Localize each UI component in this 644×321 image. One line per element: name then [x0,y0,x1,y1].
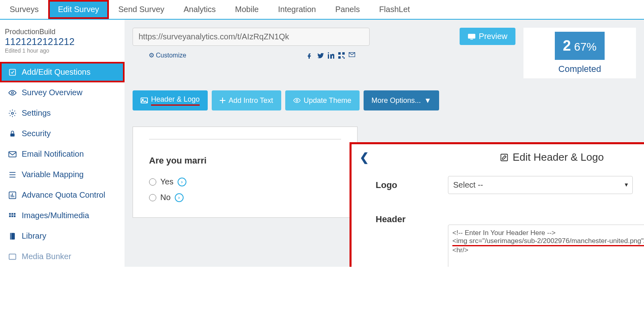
sidebar-item-images-multimedia[interactable]: Images/Multimedia [0,205,125,226]
sidebar-item-add-edit-questions[interactable]: Add/Edit Questions [0,62,125,82]
grid-icon [8,212,17,219]
svg-rect-15 [9,215,11,217]
chart-icon [8,191,17,199]
back-button[interactable]: ❮ [360,151,369,164]
svg-rect-4 [9,151,16,157]
sidebar-item-label: Security [22,129,51,138]
svg-rect-22 [338,52,341,55]
sidebar-item-library[interactable]: Library [0,226,125,246]
arrow-right-icon[interactable]: › [175,193,184,202]
logo-select[interactable]: Select -- [448,176,633,194]
sidebar-item-survey-overview[interactable]: Survey Overview [0,82,125,103]
question-text: Are you marri [149,155,341,166]
logo-select-wrap[interactable]: Select -- [448,176,633,194]
image-icon [141,97,148,104]
svg-rect-25 [342,56,343,57]
sidebar-item-label: Survey Overview [22,88,82,97]
header-line: <hr/> [452,246,468,254]
sidebar-item-settings[interactable]: Settings [0,103,125,123]
sidebar-item-advance-quota[interactable]: Advance Quota Control [0,185,125,205]
tab-panels[interactable]: Panels [326,0,370,19]
arrow-right-icon[interactable]: › [178,178,186,186]
preview-label: Preview [479,32,507,41]
chevron-down-icon: ▼ [424,96,431,105]
sidebar-item-label: Media Bunker [22,252,71,261]
sidebar-item-label: Add/Edit Questions [22,67,90,77]
question-option[interactable]: No › [149,190,341,205]
svg-point-21 [328,52,329,53]
linkedin-icon[interactable] [328,52,334,59]
envelope-icon [8,151,17,157]
survey-name: ProductionBuild [5,28,120,36]
survey-meta: ProductionBuild 1121212121212 Edited 1 h… [5,28,120,54]
svg-point-2 [12,112,14,114]
radio-yes[interactable] [149,178,156,186]
svg-rect-19 [9,254,16,259]
media-icon [8,253,17,260]
tab-flashlet[interactable]: FlashLet [370,0,420,19]
tab-surveys[interactable]: Surveys [0,0,48,19]
svg-rect-17 [14,215,15,217]
update-theme-button[interactable]: Update Theme [285,90,360,110]
svg-rect-28 [468,34,475,38]
tab-integration[interactable]: Integration [268,0,326,19]
survey-edited: Edited 1 hour ago [5,47,120,54]
survey-id[interactable]: 1121212121212 [5,36,120,47]
update-theme-label: Update Theme [304,96,352,105]
sidebar-item-label: Advance Quota Control [22,190,105,200]
question-option[interactable]: Yes › [149,174,341,190]
svg-rect-23 [342,52,345,55]
tab-mobile[interactable]: Mobile [225,0,268,19]
sidebar-item-label: Images/Multimedia [22,211,89,220]
tab-analytics[interactable]: Analytics [174,0,225,19]
tab-send-survey[interactable]: Send Survey [109,0,174,19]
svg-rect-14 [14,213,15,215]
side-navigation: Add/Edit Questions Survey Overview Setti… [5,62,120,267]
eye-icon [8,90,17,96]
sidebar-item-variable-mapping[interactable]: Variable Mapping [0,164,125,185]
content-area: https://surveyanalytics.com/t/AIzRqZN1Qk… [125,20,644,267]
more-options-label: More Options... [372,96,421,105]
add-intro-text-button[interactable]: Add Intro Text [212,90,281,110]
question-panel: Are you marri Yes › No › [133,127,358,218]
header-logo-button[interactable]: Header & Logo [133,90,208,110]
preview-button[interactable]: Preview [460,28,515,45]
divider [149,139,341,139]
envelope-icon[interactable] [349,52,355,59]
modal-title: Edit Header & Logo [500,151,604,164]
book-icon [8,232,17,240]
edit-icon [500,153,509,162]
svg-rect-3 [10,133,15,137]
sidebar-item-email-notification[interactable]: Email Notification [0,144,125,164]
svg-point-1 [12,92,14,94]
list-icon [8,171,17,178]
sidebar-item-label: Settings [22,108,51,118]
facebook-icon[interactable] [307,52,313,59]
qr-icon[interactable] [338,52,345,59]
radio-no[interactable] [149,194,156,201]
svg-rect-24 [338,56,341,59]
logo-label: Logo [376,176,448,190]
completed-count: 2 67% [555,32,605,60]
more-options-button[interactable]: More Options... ▼ [364,90,440,110]
add-intro-label: Add Intro Text [229,96,273,105]
survey-url-field[interactable]: https://surveyanalytics.com/t/AIzRqZN1Qk [133,28,370,46]
sidebar-item-label: Variable Mapping [22,170,84,179]
header-textarea[interactable]: <!-- Enter In Your Header Here --> <img … [448,225,644,267]
top-navigation: Surveys Edit Survey Send Survey Analytic… [0,0,644,20]
customize-label: Customize [156,52,186,59]
svg-rect-20 [328,54,329,59]
tab-edit-survey[interactable]: Edit Survey [48,0,108,19]
sidebar: ProductionBuild 1121212121212 Edited 1 h… [0,20,125,267]
sidebar-item-security[interactable]: Security [0,123,125,144]
svg-rect-13 [12,213,13,215]
sidebar-item-media-bunker[interactable]: Media Bunker [0,246,125,267]
lock-icon [8,130,17,138]
svg-rect-16 [12,215,13,217]
twitter-icon[interactable] [317,52,324,59]
completed-label: Completed [523,64,636,74]
customize-link[interactable]: ⚙ Customize [149,51,186,59]
gear-icon [8,109,17,117]
sidebar-item-label: Library [22,231,46,241]
rich-text-toolbar: B I U [448,210,644,222]
